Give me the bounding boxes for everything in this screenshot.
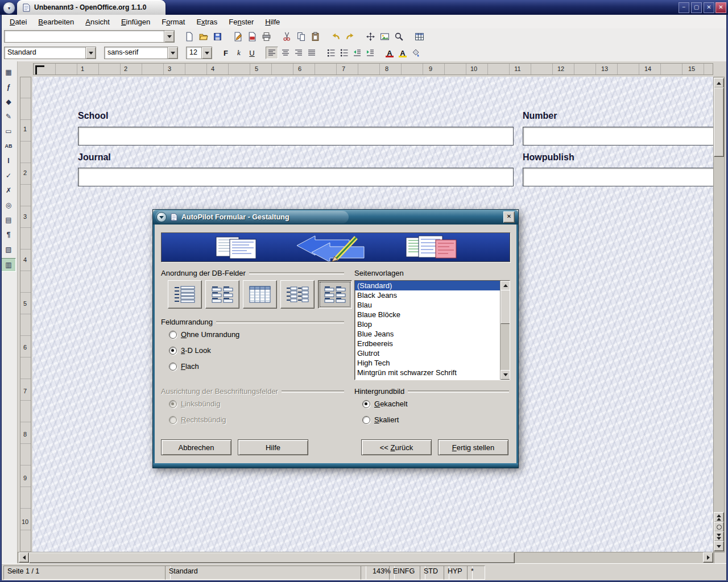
menu-ansicht[interactable]: Ansicht — [80, 16, 115, 27]
minimize-button[interactable]: − — [679, 2, 689, 13]
decrease-indent-button[interactable] — [351, 47, 363, 59]
italic-button[interactable]: k — [233, 47, 245, 59]
radio-tiled[interactable]: Gekachelt — [362, 400, 408, 408]
paragraph-style-combobox[interactable]: Standard — [4, 47, 96, 59]
increase-indent-button[interactable] — [365, 47, 376, 59]
draw-functions-icon[interactable]: ✎ — [2, 110, 15, 123]
list-item[interactable]: (Standard) — [355, 281, 510, 290]
arrangement-columns-labels-left-button[interactable] — [168, 280, 202, 309]
back-button[interactable]: << Zurück — [361, 439, 432, 455]
number-field[interactable] — [523, 127, 714, 146]
horizontal-ruler[interactable]: 1 2 3 4 5 6 7 8 9 10 11 12 13 14 15 — [0, 61, 728, 77]
edit-file-icon[interactable] — [231, 30, 244, 43]
radio-3d-look[interactable]: 3-D Look — [169, 346, 211, 355]
finish-button[interactable]: Fertig stellen — [438, 439, 508, 455]
next-page-button[interactable] — [714, 531, 724, 542]
graphics-on-off-icon[interactable]: ▧ — [2, 243, 15, 256]
nonprinting-characters-icon[interactable]: ¶ — [2, 228, 15, 241]
cut-icon[interactable] — [280, 30, 293, 43]
paragraph-background-button[interactable] — [410, 47, 421, 59]
arrangement-blocks-labels-left-button[interactable] — [280, 280, 315, 309]
align-left-button[interactable] — [266, 47, 278, 59]
school-field[interactable] — [78, 127, 514, 146]
menu-datei[interactable]: Datei — [5, 16, 32, 27]
close-button[interactable]: ✕ — [704, 2, 714, 13]
vertical-scrollbar[interactable] — [713, 77, 725, 552]
tab-stop-selector-icon[interactable] — [35, 65, 44, 74]
undo-icon[interactable] — [329, 30, 342, 43]
list-item[interactable]: Blaue Blöcke — [355, 310, 510, 319]
redo-icon[interactable] — [344, 30, 356, 43]
navigation-button[interactable] — [714, 522, 724, 532]
copy-icon[interactable] — [295, 30, 307, 43]
horizontal-scrollbar[interactable] — [18, 552, 714, 564]
list-item[interactable]: Mintgrün mit schwarzer Schrift — [355, 368, 510, 377]
form-functions-icon[interactable]: ▭ — [2, 125, 15, 138]
export-pdf-icon[interactable] — [246, 30, 258, 43]
arrangement-columns-labels-top-button[interactable] — [205, 280, 239, 309]
data-sources-icon[interactable]: ▤ — [2, 214, 15, 226]
menu-einfuegen[interactable]: Einfügen — [116, 16, 155, 27]
save-icon[interactable] — [211, 30, 224, 43]
menu-format[interactable]: Format — [156, 16, 190, 27]
howpublish-field[interactable] — [523, 168, 714, 186]
data-sources-icon[interactable] — [413, 30, 425, 43]
insert-objects-icon[interactable]: ◆ — [2, 95, 15, 108]
align-center-button[interactable] — [280, 47, 291, 59]
direct-cursor-icon[interactable]: I — [2, 155, 15, 167]
cancel-button[interactable]: Abbrechen — [161, 439, 231, 455]
titlebar[interactable]: ▾ Unbenannt3 - OpenOffice.org 1.1.0 − ▢ … — [0, 0, 728, 15]
list-item[interactable]: Glutrot — [355, 348, 510, 358]
highlighting-button[interactable]: A — [397, 47, 408, 59]
scroll-down-button[interactable] — [500, 370, 510, 380]
listbox-scrollbar[interactable] — [500, 281, 510, 380]
dialog-titlebar[interactable]: AutoPilot Formular - Gestaltung ✕ — [153, 210, 518, 225]
horizontal-ruler-face[interactable] — [33, 63, 713, 75]
paragraph-style-dropdown[interactable] — [85, 47, 96, 59]
vertical-ruler[interactable]: 1 2 3 4 5 6 7 8 9 10 — [18, 77, 32, 552]
arrangement-as-data-sheet-button[interactable] — [243, 280, 277, 309]
list-item[interactable]: Blop — [355, 319, 510, 329]
horizontal-scrollbar-thumb[interactable] — [29, 552, 515, 563]
open-icon[interactable] — [197, 30, 209, 43]
online-layout-icon[interactable]: ▥ — [1, 258, 16, 272]
font-color-button[interactable]: A — [384, 47, 395, 59]
dialog-close-button[interactable]: ✕ — [503, 211, 515, 223]
bold-button[interactable]: F — [220, 47, 231, 59]
url-input[interactable] — [5, 31, 164, 42]
bullets-button[interactable] — [338, 47, 350, 59]
status-page-style[interactable]: Standard — [165, 566, 366, 580]
scroll-left-button[interactable] — [19, 552, 29, 563]
auto-spellcheck-icon[interactable]: ✗ — [2, 184, 15, 197]
gallery-icon[interactable] — [378, 30, 391, 43]
corner-close-button[interactable]: ✕ — [715, 2, 726, 13]
listbox-scrollbar-thumb[interactable] — [500, 290, 510, 324]
font-size-combobox[interactable]: 12 — [186, 47, 212, 59]
radio-scaled[interactable]: Skaliert — [362, 415, 399, 424]
previous-page-button[interactable] — [714, 512, 724, 522]
list-item[interactable]: High Tech — [355, 358, 510, 368]
journal-field[interactable] — [78, 168, 514, 186]
window-menu-button[interactable]: ▾ — [3, 2, 15, 14]
url-dropdown-button[interactable] — [164, 31, 174, 42]
numbering-button[interactable] — [325, 47, 337, 59]
insert-fields-icon[interactable]: ƒ — [2, 81, 15, 93]
font-name-dropdown[interactable] — [167, 47, 177, 59]
vertical-scrollbar-thumb[interactable] — [714, 88, 724, 157]
spellcheck-icon[interactable]: ✓ — [2, 169, 15, 182]
paste-icon[interactable] — [309, 30, 321, 43]
navigator-icon[interactable] — [364, 30, 377, 43]
help-button[interactable]: Hilfe — [238, 439, 308, 455]
menu-fenster[interactable]: Fenster — [224, 16, 259, 27]
scroll-up-button[interactable] — [500, 281, 510, 290]
menu-bearbeiten[interactable]: Bearbeiten — [33, 16, 79, 27]
autotext-icon[interactable]: AB — [2, 140, 15, 152]
font-size-dropdown[interactable] — [201, 47, 212, 59]
scroll-up-button[interactable] — [714, 78, 724, 88]
scroll-right-button[interactable] — [703, 552, 713, 563]
radio-flat[interactable]: Flach — [169, 362, 199, 371]
dialog-menu-button[interactable] — [156, 212, 167, 222]
insert-icon[interactable]: ▦ — [2, 66, 15, 78]
title-tab[interactable]: Unbenannt3 - OpenOffice.org 1.1.0 — [17, 0, 166, 15]
page-styles-listbox[interactable]: (Standard) Black Jeans Blau Blaue Blöcke… — [354, 280, 510, 380]
